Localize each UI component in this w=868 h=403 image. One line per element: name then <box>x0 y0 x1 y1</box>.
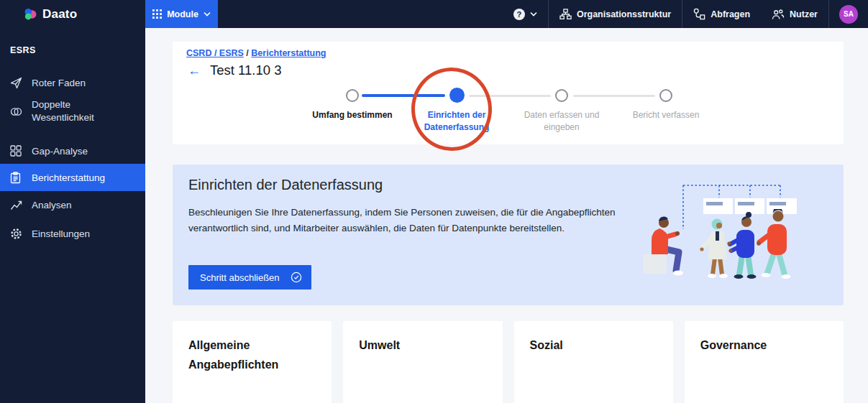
back-arrow-icon[interactable]: ← <box>188 64 201 77</box>
app-screen: Daato Module ? <box>0 0 868 403</box>
brand-logo[interactable]: Daato <box>24 0 77 28</box>
org-structure-icon <box>559 9 572 20</box>
nav-item-nutzer[interactable]: Nutzer <box>761 0 828 28</box>
teamwork-illustration <box>633 173 838 300</box>
sidebar-item-roter-faden[interactable]: Roter Faden <box>0 73 145 93</box>
navbar-right-group: ? Organisationsstruktur <box>503 0 868 28</box>
user-avatar[interactable]: SA <box>839 5 858 24</box>
grid-icon <box>10 145 22 157</box>
donut-chart <box>514 321 673 403</box>
info-card-title: Einrichten der Datenerfassung <box>188 177 383 193</box>
nav-label: Organisationsstruktur <box>577 9 671 19</box>
nav-item-organisationsstruktur[interactable]: Organisationsstruktur <box>549 0 682 28</box>
divider <box>828 0 829 28</box>
sidebar-item-doppelte-wesentlichkeit[interactable]: Doppelte Wesentlichkeit <box>0 98 145 125</box>
nav-label: Nutzer <box>790 9 818 19</box>
paper-plane-icon <box>10 77 22 89</box>
daato-logo-icon <box>24 8 37 21</box>
donut-chart <box>343 321 502 403</box>
module-menu-button[interactable]: Module <box>145 0 218 28</box>
stepper-connector-done <box>362 94 445 97</box>
sidebar-item-label: Einstellungen <box>32 228 90 239</box>
breadcrumb-separator: / <box>244 48 251 58</box>
help-icon: ? <box>513 9 525 20</box>
sidebar-item-label: Roter Faden <box>32 78 86 88</box>
sidebar-item-analysen[interactable]: Analysen <box>0 195 145 215</box>
step-info-card: Einrichten der Datenerfassung Beschleuni… <box>173 165 844 305</box>
step-circle-4[interactable] <box>659 89 672 102</box>
breadcrumb-link-csrd-esrs[interactable]: CSRD / ESRS <box>186 48 244 58</box>
step-circle-1[interactable] <box>346 89 359 102</box>
step-label-1[interactable]: Umfang bestimmen <box>302 109 403 121</box>
sidebar-item-label: Berichterstattung <box>32 172 105 183</box>
category-card-allgemeine-angabepflichten[interactable]: Allgemeine Angabepflichten <box>173 321 332 403</box>
complete-step-button[interactable]: Schritt abschließen <box>188 265 311 289</box>
category-card-sozial[interactable]: Sozial <box>514 321 673 403</box>
stepper-connector <box>469 95 551 97</box>
breadcrumb-link-berichterstattung[interactable]: Berichterstattung <box>251 48 326 58</box>
stepper-connector <box>573 95 655 97</box>
step-label-3[interactable]: Daten erfassen und eingeben <box>511 109 612 134</box>
sidebar-item-gap-analyse[interactable]: Gap-Analyse <box>0 141 145 161</box>
users-icon <box>772 9 785 20</box>
sidebar: ESRS Roter Faden Doppelte Wesentlichkeit <box>0 28 145 403</box>
info-card-body: Beschleunigen Sie Ihre Datenerfassung, i… <box>188 205 616 236</box>
sidebar-item-berichterstattung[interactable]: Berichterstattung <box>0 164 145 191</box>
step-label-4[interactable]: Bericht verfassen <box>616 109 716 121</box>
brand-name: Daato <box>42 7 77 22</box>
donut-chart <box>173 321 332 403</box>
sidebar-item-label: Analysen <box>32 200 72 210</box>
double-circles-icon <box>10 106 22 117</box>
title-row: ← Test 11.10 3 <box>188 62 281 78</box>
page-title: Test 11.10 3 <box>210 62 281 78</box>
grid-menu-icon <box>152 9 162 19</box>
chevron-down-icon <box>204 11 211 17</box>
clipboard-icon <box>10 172 22 184</box>
sidebar-item-label: Gap-Analyse <box>32 146 88 157</box>
gear-icon <box>10 228 22 240</box>
category-card-governance[interactable]: Governance <box>685 321 844 403</box>
line-chart-icon <box>10 200 22 210</box>
module-button-label: Module <box>167 9 198 19</box>
help-menu[interactable]: ? <box>503 0 548 28</box>
nav-label: Abfragen <box>711 9 750 19</box>
donut-chart <box>685 321 844 403</box>
breadcrumb: CSRD / ESRS / Berichterstattung <box>186 48 326 58</box>
sidebar-item-einstellungen[interactable]: Einstellungen <box>0 223 145 244</box>
page-header-card: CSRD / ESRS / Berichterstattung ← Test 1… <box>173 42 844 144</box>
category-card-umwelt[interactable]: Umwelt <box>343 321 502 403</box>
sidebar-section-title: ESRS <box>10 45 36 55</box>
nav-item-abfragen[interactable]: Abfragen <box>682 0 761 28</box>
top-navbar: Daato Module ? <box>0 0 868 28</box>
workflow-icon <box>693 8 705 20</box>
step-circle-3[interactable] <box>555 89 568 102</box>
chevron-down-icon <box>530 11 537 17</box>
step-circle-2-active[interactable] <box>449 88 465 103</box>
category-cards-row: Allgemeine Angabepflichten Umwelt Sozial… <box>173 321 844 403</box>
check-circle-icon <box>291 272 302 283</box>
complete-step-button-label: Schritt abschließen <box>200 272 280 283</box>
step-label-2[interactable]: Einrichten der Datenerfassung <box>406 109 507 134</box>
sidebar-item-label: Doppelte Wesentlichkeit <box>32 98 117 124</box>
